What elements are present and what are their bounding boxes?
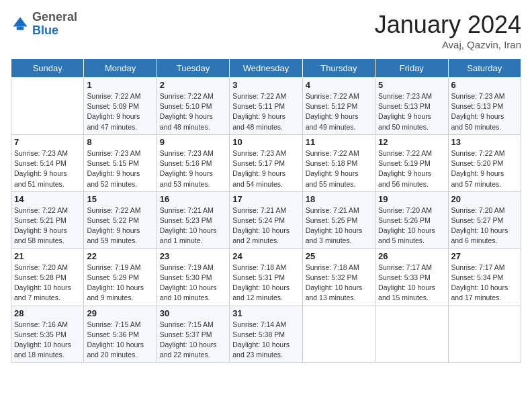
- calendar-cell: 3Sunrise: 7:22 AM Sunset: 5:11 PM Daylig…: [230, 78, 302, 135]
- day-info: Sunrise: 7:21 AM Sunset: 5:24 PM Dayligh…: [232, 205, 299, 246]
- day-info: Sunrise: 7:20 AM Sunset: 5:28 PM Dayligh…: [14, 263, 81, 304]
- day-number: 19: [378, 194, 445, 204]
- day-info: Sunrise: 7:16 AM Sunset: 5:35 PM Dayligh…: [14, 320, 81, 361]
- day-number: 7: [14, 137, 81, 147]
- day-info: Sunrise: 7:17 AM Sunset: 5:34 PM Dayligh…: [451, 263, 518, 304]
- day-number: 18: [306, 194, 372, 204]
- svg-rect-1: [17, 26, 24, 30]
- calendar-week-row: 1Sunrise: 7:22 AM Sunset: 5:09 PM Daylig…: [11, 78, 521, 135]
- calendar-week-row: 28Sunrise: 7:16 AM Sunset: 5:35 PM Dayli…: [11, 306, 521, 363]
- svg-marker-0: [13, 17, 28, 26]
- calendar-cell: [375, 306, 448, 363]
- calendar-cell: 1Sunrise: 7:22 AM Sunset: 5:09 PM Daylig…: [84, 78, 157, 135]
- calendar-cell: 2Sunrise: 7:22 AM Sunset: 5:10 PM Daylig…: [157, 78, 229, 135]
- day-number: 3: [232, 80, 299, 90]
- day-number: 9: [160, 137, 226, 147]
- weekday-header-wednesday: Wednesday: [230, 59, 302, 78]
- day-number: 12: [378, 137, 445, 147]
- day-info: Sunrise: 7:18 AM Sunset: 5:32 PM Dayligh…: [306, 263, 372, 304]
- day-number: 30: [160, 308, 226, 318]
- calendar-cell: 5Sunrise: 7:23 AM Sunset: 5:13 PM Daylig…: [375, 78, 448, 135]
- logo: General Blue: [11, 11, 77, 38]
- logo-general-text: General: [32, 10, 77, 24]
- day-number: 28: [14, 308, 81, 318]
- day-number: 14: [14, 194, 81, 204]
- day-info: Sunrise: 7:18 AM Sunset: 5:31 PM Dayligh…: [232, 263, 299, 304]
- day-info: Sunrise: 7:22 AM Sunset: 5:19 PM Dayligh…: [378, 148, 445, 189]
- day-info: Sunrise: 7:22 AM Sunset: 5:21 PM Dayligh…: [14, 205, 81, 246]
- calendar-week-row: 14Sunrise: 7:22 AM Sunset: 5:21 PM Dayli…: [11, 191, 521, 248]
- day-info: Sunrise: 7:23 AM Sunset: 5:16 PM Dayligh…: [160, 148, 226, 189]
- day-info: Sunrise: 7:22 AM Sunset: 5:22 PM Dayligh…: [87, 205, 153, 246]
- weekday-header-saturday: Saturday: [448, 59, 521, 78]
- day-number: 24: [232, 251, 299, 261]
- day-info: Sunrise: 7:23 AM Sunset: 5:13 PM Dayligh…: [451, 91, 518, 132]
- calendar-cell: [11, 78, 84, 135]
- day-info: Sunrise: 7:22 AM Sunset: 5:20 PM Dayligh…: [451, 148, 518, 189]
- day-info: Sunrise: 7:22 AM Sunset: 5:09 PM Dayligh…: [87, 91, 153, 132]
- day-number: 21: [14, 251, 81, 261]
- calendar-cell: 13Sunrise: 7:22 AM Sunset: 5:20 PM Dayli…: [448, 134, 521, 191]
- weekday-header-sunday: Sunday: [11, 59, 84, 78]
- calendar-cell: 25Sunrise: 7:18 AM Sunset: 5:32 PM Dayli…: [302, 248, 375, 306]
- day-number: 20: [451, 194, 518, 204]
- calendar-title: January 2024: [375, 11, 521, 39]
- day-number: 5: [378, 80, 445, 90]
- calendar-header-row: SundayMondayTuesdayWednesdayThursdayFrid…: [11, 59, 521, 78]
- calendar-subtitle: Avaj, Qazvin, Iran: [375, 39, 521, 50]
- day-number: 31: [232, 308, 299, 318]
- day-info: Sunrise: 7:20 AM Sunset: 5:26 PM Dayligh…: [378, 205, 445, 246]
- calendar-cell: 7Sunrise: 7:23 AM Sunset: 5:14 PM Daylig…: [11, 134, 84, 191]
- calendar-cell: 4Sunrise: 7:22 AM Sunset: 5:12 PM Daylig…: [302, 78, 375, 135]
- day-number: 2: [160, 80, 226, 90]
- day-number: 8: [87, 137, 153, 147]
- calendar-week-row: 7Sunrise: 7:23 AM Sunset: 5:14 PM Daylig…: [11, 134, 521, 191]
- weekday-header-tuesday: Tuesday: [157, 59, 229, 78]
- day-number: 4: [306, 80, 372, 90]
- day-number: 22: [87, 251, 153, 261]
- calendar-cell: [302, 306, 375, 363]
- day-number: 1: [87, 80, 153, 90]
- calendar-cell: 11Sunrise: 7:22 AM Sunset: 5:18 PM Dayli…: [302, 134, 375, 191]
- calendar-cell: 24Sunrise: 7:18 AM Sunset: 5:31 PM Dayli…: [230, 248, 302, 306]
- day-info: Sunrise: 7:21 AM Sunset: 5:25 PM Dayligh…: [306, 205, 372, 246]
- day-number: 25: [306, 251, 372, 261]
- calendar-cell: 20Sunrise: 7:20 AM Sunset: 5:27 PM Dayli…: [448, 191, 521, 248]
- day-number: 13: [451, 137, 518, 147]
- logo-icon: [11, 15, 30, 34]
- calendar-cell: 19Sunrise: 7:20 AM Sunset: 5:26 PM Dayli…: [375, 191, 448, 248]
- calendar-cell: 28Sunrise: 7:16 AM Sunset: 5:35 PM Dayli…: [11, 306, 84, 363]
- day-info: Sunrise: 7:17 AM Sunset: 5:33 PM Dayligh…: [378, 263, 445, 304]
- calendar-table: SundayMondayTuesdayWednesdayThursdayFrid…: [11, 58, 521, 363]
- title-block: January 2024 Avaj, Qazvin, Iran: [375, 11, 521, 50]
- calendar-cell: 8Sunrise: 7:23 AM Sunset: 5:15 PM Daylig…: [84, 134, 157, 191]
- calendar-cell: 9Sunrise: 7:23 AM Sunset: 5:16 PM Daylig…: [157, 134, 229, 191]
- weekday-header-friday: Friday: [375, 59, 448, 78]
- day-number: 11: [306, 137, 372, 147]
- calendar-cell: 17Sunrise: 7:21 AM Sunset: 5:24 PM Dayli…: [230, 191, 302, 248]
- calendar-cell: 21Sunrise: 7:20 AM Sunset: 5:28 PM Dayli…: [11, 248, 84, 306]
- calendar-cell: 10Sunrise: 7:23 AM Sunset: 5:17 PM Dayli…: [230, 134, 302, 191]
- day-number: 16: [160, 194, 226, 204]
- day-info: Sunrise: 7:19 AM Sunset: 5:29 PM Dayligh…: [87, 263, 153, 304]
- day-info: Sunrise: 7:15 AM Sunset: 5:37 PM Dayligh…: [160, 320, 226, 361]
- day-number: 6: [451, 80, 518, 90]
- day-info: Sunrise: 7:14 AM Sunset: 5:38 PM Dayligh…: [232, 320, 299, 361]
- day-info: Sunrise: 7:22 AM Sunset: 5:10 PM Dayligh…: [160, 91, 226, 132]
- calendar-cell: 14Sunrise: 7:22 AM Sunset: 5:21 PM Dayli…: [11, 191, 84, 248]
- day-number: 26: [378, 251, 445, 261]
- day-info: Sunrise: 7:20 AM Sunset: 5:27 PM Dayligh…: [451, 205, 518, 246]
- day-info: Sunrise: 7:23 AM Sunset: 5:15 PM Dayligh…: [87, 148, 153, 189]
- day-info: Sunrise: 7:21 AM Sunset: 5:23 PM Dayligh…: [160, 205, 226, 246]
- day-info: Sunrise: 7:15 AM Sunset: 5:36 PM Dayligh…: [87, 320, 153, 361]
- calendar-week-row: 21Sunrise: 7:20 AM Sunset: 5:28 PM Dayli…: [11, 248, 521, 306]
- calendar-cell: [448, 306, 521, 363]
- day-info: Sunrise: 7:22 AM Sunset: 5:18 PM Dayligh…: [306, 148, 372, 189]
- weekday-header-monday: Monday: [84, 59, 157, 78]
- calendar-cell: 27Sunrise: 7:17 AM Sunset: 5:34 PM Dayli…: [448, 248, 521, 306]
- calendar-cell: 23Sunrise: 7:19 AM Sunset: 5:30 PM Dayli…: [157, 248, 229, 306]
- day-info: Sunrise: 7:23 AM Sunset: 5:17 PM Dayligh…: [232, 148, 299, 189]
- calendar-cell: 16Sunrise: 7:21 AM Sunset: 5:23 PM Dayli…: [157, 191, 229, 248]
- day-number: 29: [87, 308, 153, 318]
- day-info: Sunrise: 7:23 AM Sunset: 5:13 PM Dayligh…: [378, 91, 445, 132]
